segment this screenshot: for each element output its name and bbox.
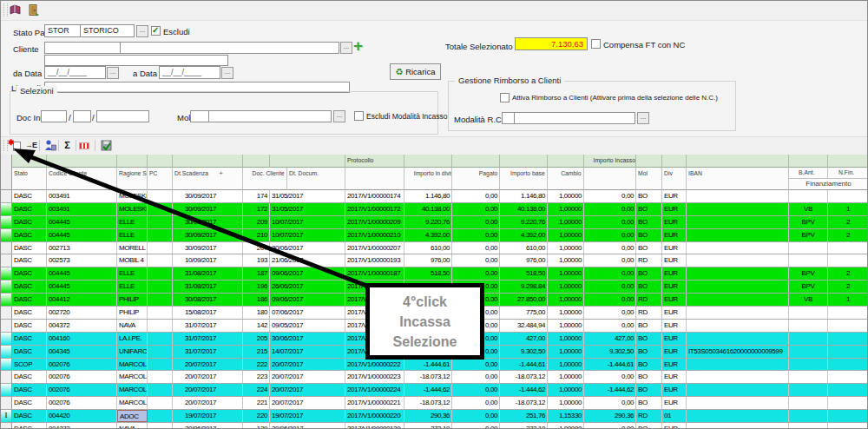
doc-int-field-2[interactable]: [73, 110, 91, 122]
cell[interactable]: 2017/V1/00000222: [345, 359, 404, 371]
table-row[interactable]: DASC002713MORELL30/09/201720730/06/20172…: [1, 242, 868, 255]
cell[interactable]: BPV: [789, 267, 828, 280]
cell[interactable]: 1,00000: [548, 371, 584, 383]
cell[interactable]: 215: [243, 346, 270, 358]
cell[interactable]: 003491: [47, 203, 117, 215]
cell[interactable]: [148, 203, 173, 215]
cell[interactable]: [828, 410, 868, 422]
cell[interactable]: EUR: [662, 397, 687, 409]
cell[interactable]: 1: [828, 294, 868, 306]
cell[interactable]: -1.444,62: [500, 384, 548, 396]
cell[interactable]: 1,00000: [548, 190, 584, 202]
cell[interactable]: 09/06/2017: [270, 294, 345, 306]
cell[interactable]: 9.302,50: [584, 346, 636, 358]
cell[interactable]: [687, 242, 789, 254]
cell[interactable]: 0,00: [584, 203, 636, 215]
cell[interactable]: [687, 294, 789, 306]
cell[interactable]: [687, 267, 789, 280]
report-book-icon[interactable]: [8, 3, 23, 18]
cell[interactable]: 0,00: [584, 320, 636, 332]
column-header[interactable]: Importo in divisa: [404, 168, 452, 190]
cell[interactable]: 196: [243, 280, 270, 293]
cell[interactable]: 1,00000: [548, 254, 584, 267]
cell[interactable]: 209: [243, 216, 270, 228]
cell[interactable]: DASC: [12, 397, 47, 409]
cell[interactable]: 205: [243, 333, 270, 345]
cell[interactable]: EUR: [662, 359, 687, 371]
cell[interactable]: -18.073,12: [500, 371, 548, 383]
table-row[interactable]: DASC004445ELLE30/09/201720910/07/2017201…: [1, 216, 868, 229]
cell[interactable]: 31/07/2017: [173, 346, 243, 358]
cell[interactable]: 20/07/2017: [173, 371, 243, 383]
cell[interactable]: 0,00: [452, 242, 500, 254]
cell[interactable]: [148, 384, 173, 396]
cell[interactable]: 004160: [47, 333, 117, 345]
cell[interactable]: 427,00: [500, 333, 548, 345]
cell[interactable]: 9.302,50: [500, 346, 548, 358]
cell[interactable]: 220: [243, 410, 270, 422]
cell[interactable]: [828, 320, 868, 332]
cell[interactable]: 9.220,76: [500, 216, 548, 228]
cell[interactable]: 0,00: [452, 359, 500, 371]
cell[interactable]: 26/06/2017: [270, 280, 345, 293]
cell[interactable]: BO: [636, 190, 662, 202]
cell[interactable]: 003491: [47, 190, 117, 202]
cell[interactable]: 19/07/2017: [270, 410, 345, 422]
cell[interactable]: 207: [243, 242, 270, 254]
cell[interactable]: 2017/V1/00000172: [345, 203, 404, 215]
cell[interactable]: 09/05/2017: [270, 320, 345, 332]
cell[interactable]: 0,00: [584, 267, 636, 280]
cell[interactable]: [148, 371, 173, 383]
cell[interactable]: [148, 410, 173, 422]
cell[interactable]: [687, 254, 789, 267]
cell[interactable]: 290,36: [404, 410, 452, 422]
cell[interactable]: EUR: [662, 242, 687, 254]
cell[interactable]: 1,00000: [548, 423, 584, 429]
cell[interactable]: [687, 307, 789, 319]
doc-int-field-3[interactable]: [96, 110, 149, 122]
cell[interactable]: 30/09/2017: [173, 203, 243, 215]
cell[interactable]: BO: [636, 423, 662, 429]
cell[interactable]: EUR: [662, 320, 687, 332]
cell[interactable]: 1,00000: [548, 267, 584, 280]
cell[interactable]: NAVA: [117, 423, 148, 429]
cell[interactable]: [828, 333, 868, 345]
cell[interactable]: 180: [243, 307, 270, 319]
cell[interactable]: [148, 320, 173, 332]
cell[interactable]: MARCOLI: [117, 397, 148, 409]
cell[interactable]: 31/05/2017: [270, 190, 345, 202]
mol-browse-button[interactable]: ...: [333, 110, 345, 122]
cell[interactable]: 004372: [47, 320, 117, 332]
cell[interactable]: 0,00: [584, 216, 636, 228]
cell[interactable]: 427,00: [584, 333, 636, 345]
cell[interactable]: 1,00000: [548, 242, 584, 254]
cell[interactable]: 2: [828, 267, 868, 280]
table-row[interactable]: DASC002076MARCOLI20/07/201722120/07/2017…: [1, 397, 868, 410]
cell[interactable]: EUR: [662, 423, 687, 429]
cell[interactable]: [828, 254, 868, 267]
cell[interactable]: -1.444,62: [404, 384, 452, 396]
cell[interactable]: 2017/V1/00000209: [345, 216, 404, 228]
cell[interactable]: 187: [243, 267, 270, 280]
cell[interactable]: [687, 371, 789, 383]
cell[interactable]: 0,00: [584, 423, 636, 429]
cell[interactable]: 19/07/2017: [173, 410, 243, 422]
cell[interactable]: 20/07/2017: [270, 384, 345, 396]
cell[interactable]: 002720: [47, 307, 117, 319]
cell[interactable]: 976,00: [500, 254, 548, 267]
cell[interactable]: [687, 333, 789, 345]
table-row[interactable]: IDASC004420ADOC19/07/201722019/07/201720…: [1, 410, 868, 423]
cell[interactable]: 2017/V1/00000187: [345, 267, 404, 280]
cell[interactable]: 2017/V1/00000220: [345, 410, 404, 422]
column-header[interactable]: [345, 168, 404, 190]
cell[interactable]: DASC: [12, 254, 47, 267]
column-header[interactable]: Cambio: [548, 168, 584, 190]
cell[interactable]: 30/09/2017: [173, 229, 243, 241]
cell[interactable]: 0,00: [584, 294, 636, 306]
cell[interactable]: [828, 371, 868, 383]
cell[interactable]: EUR: [662, 203, 687, 215]
cell[interactable]: BO: [636, 242, 662, 254]
cell[interactable]: DASC: [12, 371, 47, 383]
table-row[interactable]: DASC004372NAVA30/06/201713930/06/2017201…: [1, 423, 868, 429]
cell[interactable]: DASC: [12, 294, 47, 306]
